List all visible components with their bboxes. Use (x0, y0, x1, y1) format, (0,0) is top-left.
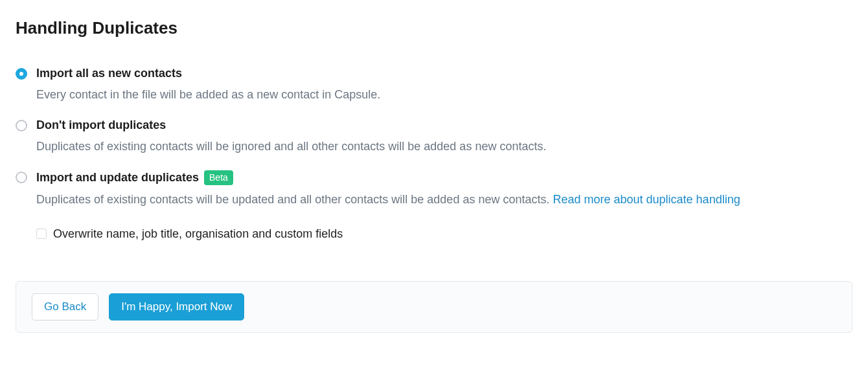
overwrite-checkbox-label[interactable]: Overwrite name, job title, organisation … (53, 227, 343, 241)
option-description: Every contact in the file will be added … (36, 87, 852, 103)
radio-import-and-update[interactable] (16, 172, 27, 183)
import-now-button[interactable]: I'm Happy, Import Now (109, 293, 244, 320)
option-description: Duplicates of existing contacts will be … (36, 192, 852, 208)
option-import-and-update: Import and update duplicates Beta Duplic… (16, 170, 852, 240)
option-label[interactable]: Import all as new contacts (36, 67, 182, 80)
option-description-text: Duplicates of existing contacts will be … (36, 193, 553, 206)
overwrite-checkbox[interactable] (36, 229, 47, 239)
go-back-button[interactable]: Go Back (32, 293, 98, 320)
option-import-all: Import all as new contacts Every contact… (16, 67, 852, 103)
option-label[interactable]: Import and update duplicates Beta (36, 170, 233, 185)
option-label[interactable]: Don't import duplicates (36, 118, 166, 132)
option-dont-import-duplicates: Don't import duplicates Duplicates of ex… (16, 118, 852, 155)
page-title: Handling Duplicates (16, 18, 852, 38)
beta-badge: Beta (204, 170, 233, 185)
read-more-link[interactable]: Read more about duplicate handling (553, 193, 740, 206)
overwrite-checkbox-row: Overwrite name, job title, organisation … (36, 227, 852, 241)
option-label-text: Import and update duplicates (36, 171, 199, 185)
option-description: Duplicates of existing contacts will be … (36, 139, 852, 155)
radio-dont-import-duplicates[interactable] (16, 120, 27, 131)
footer-bar: Go Back I'm Happy, Import Now (16, 281, 852, 333)
duplicate-options: Import all as new contacts Every contact… (16, 67, 852, 241)
radio-import-all[interactable] (16, 68, 27, 80)
